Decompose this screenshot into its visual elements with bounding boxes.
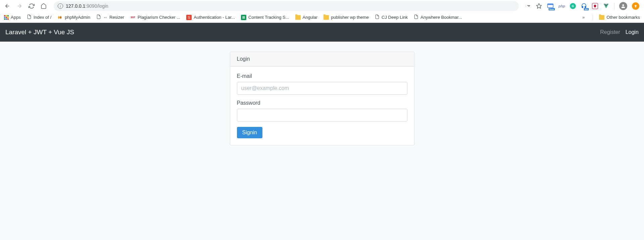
profile-avatar[interactable] bbox=[619, 2, 627, 10]
bookmark-label: Angular bbox=[303, 15, 318, 20]
bookmark-divider bbox=[593, 14, 593, 20]
file-icon bbox=[27, 14, 32, 20]
extension-php-icon[interactable]: php bbox=[558, 3, 565, 9]
bookmark-angular[interactable]: Angular bbox=[295, 15, 318, 20]
signin-button[interactable]: Signin bbox=[237, 127, 262, 138]
key-icon[interactable] bbox=[524, 3, 531, 9]
extension-grammarly-icon[interactable]: G bbox=[570, 3, 576, 9]
bookmark-label: Content Tracking S... bbox=[248, 15, 289, 20]
bookmark-label: publisher wp theme bbox=[331, 15, 369, 20]
file-icon bbox=[414, 14, 418, 20]
svg-rect-2 bbox=[548, 4, 553, 5]
password-input[interactable] bbox=[237, 109, 407, 122]
sheets-icon bbox=[241, 15, 246, 20]
bookmark-anywhere[interactable]: Anywhere Bookmar... bbox=[414, 14, 462, 20]
email-input[interactable] bbox=[237, 82, 407, 95]
site-info-icon[interactable]: i bbox=[58, 3, 63, 9]
address-bar[interactable]: i 127.0.0.1:9090/login bbox=[54, 1, 519, 11]
bookmark-label: CJ Deep Link bbox=[382, 15, 408, 20]
extension-headset-icon[interactable]: NA bbox=[581, 3, 587, 9]
s-icon: S bbox=[186, 15, 192, 20]
bookmark-label: phpMyAdmin bbox=[65, 15, 90, 20]
bookmark-auth[interactable]: S Authentication - Lar... bbox=[186, 15, 235, 20]
apps-icon bbox=[4, 15, 9, 20]
folder-icon bbox=[324, 15, 329, 20]
bookmark-label: Apps bbox=[11, 15, 21, 20]
update-button[interactable] bbox=[632, 2, 639, 10]
extension-devtools-icon[interactable]: New bbox=[547, 3, 554, 9]
password-label: Password bbox=[237, 100, 407, 106]
nav-login[interactable]: Login bbox=[626, 29, 639, 35]
password-group: Password bbox=[237, 100, 407, 122]
folder-icon bbox=[295, 15, 301, 20]
login-card: Login E-mail Password Signin bbox=[230, 52, 414, 145]
bookmark-label: Anywhere Bookmar... bbox=[420, 15, 462, 20]
nav-links: Register Login bbox=[600, 29, 639, 35]
bookmark-tracking[interactable]: Content Tracking S... bbox=[241, 15, 289, 20]
home-button[interactable] bbox=[39, 1, 48, 11]
bookmarks-bar: Apps Index of / phpMyAdmin ↔ Resizer SST… bbox=[0, 12, 644, 23]
folder-icon bbox=[599, 15, 604, 20]
svg-rect-4 bbox=[243, 16, 244, 17]
app-navbar: Laravel + JWT + Vue JS Register Login bbox=[0, 23, 644, 42]
sst-icon: SST bbox=[130, 15, 136, 20]
svg-rect-6 bbox=[243, 17, 244, 18]
bookmark-apps[interactable]: Apps bbox=[4, 15, 21, 20]
bookmark-overflow[interactable]: » bbox=[580, 15, 587, 20]
phpmyadmin-icon bbox=[57, 15, 63, 20]
bookmark-label: Index of / bbox=[34, 15, 51, 20]
bookmark-publisher[interactable]: publisher wp theme bbox=[324, 15, 369, 20]
bookmark-label: Plagiarism Checker ... bbox=[138, 15, 180, 20]
file-icon bbox=[375, 14, 380, 20]
star-icon[interactable] bbox=[536, 3, 542, 9]
email-group: E-mail bbox=[237, 73, 407, 95]
toolbar-divider bbox=[614, 3, 614, 9]
brand-title[interactable]: Laravel + JWT + Vue JS bbox=[5, 29, 74, 36]
extension-mcafee-icon[interactable] bbox=[592, 3, 598, 9]
browser-toolbar: i 127.0.0.1:9090/login New php G NA bbox=[0, 0, 644, 12]
url-text: 127.0.0.1:9090/login bbox=[66, 3, 108, 9]
bookmark-label: Other bookmarks bbox=[606, 15, 640, 20]
forward-button[interactable] bbox=[15, 1, 24, 11]
bookmark-cj[interactable]: CJ Deep Link bbox=[375, 14, 408, 20]
email-label: E-mail bbox=[237, 73, 407, 79]
svg-marker-0 bbox=[537, 4, 542, 8]
card-body: E-mail Password Signin bbox=[230, 66, 414, 145]
bookmark-index[interactable]: Index of / bbox=[27, 14, 51, 20]
svg-rect-7 bbox=[244, 17, 245, 18]
nav-register[interactable]: Register bbox=[600, 29, 620, 35]
bookmark-phpmyadmin[interactable]: phpMyAdmin bbox=[57, 15, 90, 20]
file-icon bbox=[96, 14, 101, 20]
resize-arrows-icon: ↔ bbox=[103, 15, 107, 20]
svg-rect-5 bbox=[244, 16, 245, 17]
bookmark-label: Authentication - Lar... bbox=[194, 15, 235, 20]
bookmark-label: Resizer bbox=[109, 15, 124, 20]
extension-vue-icon[interactable] bbox=[603, 3, 609, 9]
back-button[interactable] bbox=[3, 1, 12, 11]
bookmark-plagiarism[interactable]: SST Plagiarism Checker ... bbox=[130, 15, 180, 20]
bookmark-other[interactable]: Other bookmarks bbox=[599, 15, 640, 20]
page-content: Login E-mail Password Signin bbox=[0, 42, 644, 240]
svg-point-3 bbox=[622, 4, 624, 6]
toolbar-right: New php G NA bbox=[524, 2, 641, 10]
reload-button[interactable] bbox=[27, 1, 36, 11]
card-title: Login bbox=[230, 52, 414, 66]
bookmark-resizer[interactable]: ↔ Resizer bbox=[96, 14, 124, 20]
